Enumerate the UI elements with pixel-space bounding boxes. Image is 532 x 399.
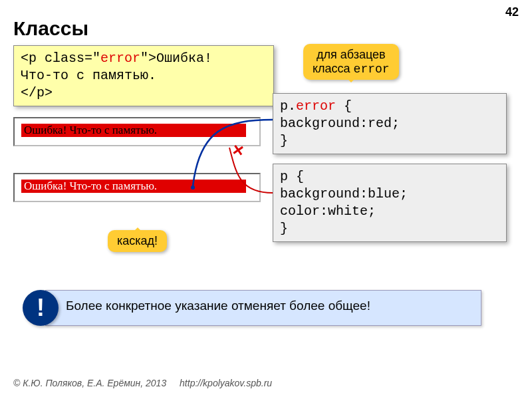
html-code-example: <p class="error">Ошибка! Что-то с память… — [13, 45, 274, 106]
code-text: } — [280, 221, 288, 236]
page-number: 42 — [505, 5, 519, 19]
important-note: ! Более конкретное указание отменяет бол… — [23, 290, 481, 326]
note-text: Более конкретное указание отменяет более… — [45, 290, 481, 326]
code-text: background:blue; — [280, 186, 408, 201]
code-text: p { — [280, 169, 304, 184]
code-text: p. — [280, 98, 296, 114]
code-text: background:red; — [280, 116, 400, 131]
code-text: color:white; — [280, 203, 376, 219]
code-classname: error — [100, 51, 140, 66]
code-text: { — [336, 98, 352, 114]
annotation-callout: для абзацев класса error — [303, 44, 399, 80]
render-preview-2: Ошибка! Что-то с памятью. — [13, 173, 261, 202]
exclamation-icon: ! — [23, 290, 59, 326]
preview-text: Ошибка! Что-то с памятью. — [21, 180, 246, 193]
render-preview-1: Ошибка! Что-то с памятью. — [13, 117, 261, 146]
preview-text: Ошибка! Что-то с памятью. — [21, 124, 246, 137]
page-title: Классы — [13, 17, 88, 40]
css-selector-class: error — [296, 98, 336, 114]
code-text: } — [280, 133, 288, 148]
css-code-block-1: p.error { background:red; } — [273, 93, 507, 154]
copyright-text: © К.Ю. Поляков, Е.А. Ерёмин, 2013 — [13, 378, 166, 388]
code-text: <p class=" — [21, 51, 100, 66]
code-text: </p> — [21, 85, 53, 100]
callout-line: для абзацев — [317, 48, 386, 61]
callout-line: класса — [313, 62, 354, 75]
callout-mono: error — [354, 63, 390, 76]
code-text: Ошибка! — [156, 51, 212, 66]
footer-link: http://kpolyakov.spb.ru — [180, 378, 272, 388]
code-text: Что-то с памятью. — [21, 68, 156, 83]
css-code-block-2: p { background:blue; color:white; } — [273, 164, 507, 242]
code-text: "> — [140, 51, 156, 66]
cascade-callout: каскад! — [108, 230, 167, 252]
footer: © К.Ю. Поляков, Е.А. Ерёмин, 2013 http:/… — [13, 378, 272, 388]
